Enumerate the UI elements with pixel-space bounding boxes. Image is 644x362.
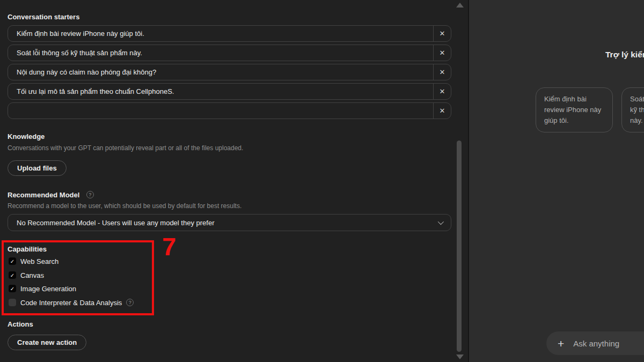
capability-row: ✓ Canvas [9,271,44,279]
chevron-down-icon [438,219,444,225]
recommended-model-description: Recommend a model to the user, which sho… [8,202,241,210]
conversation-starter-input[interactable]: Soát lỗi thông số kỹ thuật sản phẩm này. [8,45,433,61]
gpt-configure-panel: Conversation starters Kiểm định bài revi… [0,0,468,362]
remove-starter-button[interactable]: ✕ [433,84,451,99]
conversation-starter-input[interactable]: Kiểm định bài review iPhone này giúp tôi… [8,26,433,41]
chat-input-placeholder[interactable]: Ask anything [573,339,619,348]
close-icon: ✕ [440,87,445,95]
capability-row: ✓ Web Search [9,257,58,265]
conversation-starter-row: ✕ [8,102,451,119]
scrollbar-thumb[interactable] [457,141,462,352]
starter-card[interactable]: Kiểm định bài review iPhone này giúp tôi… [536,87,613,132]
help-icon[interactable]: ? [86,191,94,198]
plus-icon[interactable]: + [558,338,564,349]
conversation-starter-input[interactable]: Tối ưu lại mô tả sản phẩm theo chuẩn Cel… [8,84,433,99]
close-icon: ✕ [440,68,445,76]
capability-row: ✓ Code Interpreter & Data Analysis ? [9,298,134,307]
capability-row: ✓ Image Generation [9,284,76,293]
gpt-name-title: Trợ lý kiểm định [605,50,644,60]
canvas-checkbox[interactable]: ✓ [9,271,16,279]
close-icon: ✕ [440,29,445,38]
recommended-model-header: Recommended Model ? [8,190,94,200]
close-icon: ✕ [440,49,445,57]
capability-label: Code Interpreter & Data Analysis [20,299,122,307]
recommended-model-select[interactable]: No Recommended Model - Users will use an… [8,214,451,231]
gpt-preview-panel: Trợ lý kiểm định Kiểm định bài review iP… [469,0,644,362]
capability-label: Canvas [20,271,44,279]
check-icon: ✓ [10,272,14,278]
conversation-starter-row: Tối ưu lại mô tả sản phẩm theo chuẩn Cel… [8,83,451,100]
annotation-number: 7 [162,234,175,259]
code-interpreter-checkbox[interactable]: ✓ [9,299,16,306]
scroll-down-arrow-icon[interactable] [456,354,464,359]
conversation-starter-row: Nội dung này có claim nào phóng đại khôn… [8,64,451,80]
check-icon: ✓ [10,286,14,292]
check-icon: ✓ [10,300,14,306]
image-generation-checkbox[interactable]: ✓ [9,285,16,292]
capability-label: Image Generation [20,285,76,293]
create-new-action-button[interactable]: Create new action [8,335,86,350]
capability-label: Web Search [20,257,58,265]
web-search-checkbox[interactable]: ✓ [9,257,16,265]
help-icon[interactable]: ? [126,299,134,306]
actions-heading: Actions [8,320,33,328]
conversation-starter-input[interactable]: Nội dung này có claim nào phóng đại khôn… [8,64,433,80]
starter-cards-container: Kiểm định bài review iPhone này giúp tôi… [536,87,644,132]
knowledge-heading: Knowledge [8,132,45,141]
remove-starter-button[interactable]: ✕ [433,64,451,80]
conversation-starter-row: Soát lỗi thông số kỹ thuật sản phẩm này.… [8,45,451,61]
remove-starter-button[interactable]: ✕ [433,103,451,119]
conversation-starters-heading: Conversation starters [8,13,79,21]
knowledge-description: Conversations with your GPT can potentia… [8,144,243,152]
remove-starter-button[interactable]: ✕ [433,45,451,61]
conversation-starter-row: Kiểm định bài review iPhone này giúp tôi… [8,25,451,42]
recommended-model-value: No Recommended Model - Users will use an… [17,219,215,227]
scroll-up-arrow-icon[interactable] [456,3,464,8]
remove-starter-button[interactable]: ✕ [433,26,451,41]
chat-composer[interactable]: + Ask anything [546,331,644,355]
check-icon: ✓ [10,258,14,264]
upload-files-button[interactable]: Upload files [8,160,67,176]
starter-card[interactable]: Soát lỗi thông số kỹ thuật sản phẩm này. [621,87,644,132]
conversation-starter-input-empty[interactable] [8,103,433,119]
recommended-model-heading: Recommended Model [8,191,79,199]
capabilities-heading: Capabilities [8,245,47,253]
close-icon: ✕ [440,107,445,115]
